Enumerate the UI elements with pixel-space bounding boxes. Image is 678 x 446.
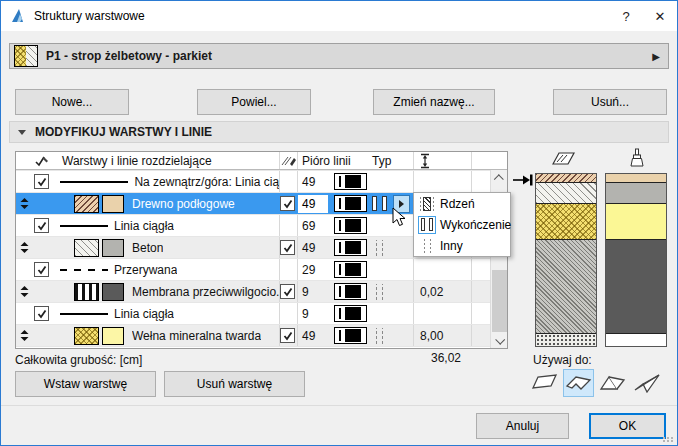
pen-color-cell[interactable]: [334, 303, 368, 324]
pen-preview[interactable]: [334, 195, 367, 212]
pen-preview[interactable]: [334, 283, 367, 300]
material-name-cell[interactable]: Membrana przeciwwilgocio...: [58, 281, 280, 302]
duplicate-button[interactable]: Powiel...: [197, 89, 311, 115]
help-button[interactable]: ?: [609, 1, 643, 31]
table-row[interactable]: Membrana przeciwwilgocio... 9 0,02: [16, 280, 507, 302]
material-name-cell[interactable]: Drewno podłogowe: [58, 193, 280, 214]
pen-number[interactable]: 49: [298, 171, 334, 192]
line-visible-cell[interactable]: [34, 259, 58, 280]
remove-layer-button[interactable]: Usuń warstwę: [164, 371, 305, 397]
pen-number[interactable]: 69: [298, 215, 334, 236]
pen-number[interactable]: 9: [298, 281, 334, 302]
scrollbar-thumb[interactable]: [492, 270, 507, 332]
composite-selector[interactable]: P1 - strop żelbetowy - parkiet ▶: [9, 43, 669, 69]
reorder-handle-icon[interactable]: [20, 286, 29, 297]
type-cell[interactable]: [368, 237, 414, 258]
new-button[interactable]: Nowe...: [15, 89, 129, 115]
reorder-handle-icon[interactable]: [20, 242, 29, 253]
pen-preview[interactable]: [334, 173, 367, 190]
table-row[interactable]: Przerywana 29: [16, 258, 507, 280]
pen-number[interactable]: 9: [298, 303, 334, 324]
hatch-visible-cell[interactable]: [280, 281, 298, 302]
ok-button[interactable]: OK: [589, 413, 666, 439]
reorder-handle-icon[interactable]: [20, 198, 29, 209]
handle-cell[interactable]: [16, 281, 34, 302]
material-hatch-swatch[interactable]: [74, 239, 99, 257]
pen-number[interactable]: 49: [298, 237, 334, 258]
pen-number-input[interactable]: 49: [298, 195, 328, 213]
reorder-handle-icon[interactable]: [20, 330, 29, 341]
insert-layer-button[interactable]: Wstaw warstwę: [15, 371, 156, 397]
thickness-cell[interactable]: 0,02: [414, 281, 472, 302]
material-color-swatch[interactable]: [102, 327, 124, 345]
type-cell[interactable]: [368, 325, 414, 346]
hatch-visible-cell[interactable]: [280, 325, 298, 346]
close-button[interactable]: ✕: [643, 1, 677, 31]
roof-icon[interactable]: [597, 369, 628, 397]
hatch-visible-cell[interactable]: [280, 193, 298, 214]
material-hatch-swatch[interactable]: [74, 283, 99, 301]
cut-fill-icon[interactable]: [550, 150, 576, 168]
delete-button[interactable]: Usuń...: [553, 89, 667, 115]
pen-preview[interactable]: [334, 327, 367, 344]
thickness-cell[interactable]: 8,00: [414, 325, 472, 346]
pen-preview[interactable]: [334, 261, 367, 278]
pen-number[interactable]: 29: [298, 259, 334, 280]
table-row[interactable]: Wełna mineralna twarda 49 8,00: [16, 324, 507, 346]
material-hatch-swatch[interactable]: [74, 327, 99, 345]
checkbox-checked[interactable]: [280, 240, 295, 255]
line-visible-cell[interactable]: [34, 171, 58, 192]
checkbox-checked[interactable]: [34, 306, 49, 321]
menu-item-other[interactable]: Inny: [414, 235, 510, 256]
scroll-up-button[interactable]: [491, 170, 508, 187]
line-visible-cell[interactable]: [34, 303, 58, 324]
table-row[interactable]: Na zewnątrz/góra: Linia ciągła 49: [16, 170, 507, 192]
table-row[interactable]: Linia ciągła 9: [16, 302, 507, 324]
material-color-swatch[interactable]: [102, 239, 124, 257]
pen-color-cell[interactable]: [334, 193, 368, 214]
type-cell[interactable]: [368, 281, 414, 302]
checkbox-checked[interactable]: [280, 196, 295, 211]
cancel-button[interactable]: Anuluj: [476, 413, 569, 439]
pen-color-cell[interactable]: [334, 237, 368, 258]
pen-preview[interactable]: [334, 217, 367, 234]
section-modify-layers[interactable]: MODYFIKUJ WARSTWY I LINIE: [9, 121, 669, 143]
checkbox-checked[interactable]: [34, 174, 49, 189]
wall-icon[interactable]: [529, 369, 560, 397]
title-bar[interactable]: Struktury warstwowe ? ✕: [1, 1, 677, 31]
pen-preview[interactable]: [334, 305, 367, 322]
material-color-swatch[interactable]: [102, 283, 124, 301]
handle-cell[interactable]: [16, 237, 34, 258]
handle-cell[interactable]: [16, 325, 34, 346]
menu-item-core[interactable]: Rdzeń: [414, 193, 510, 214]
pen-color-cell[interactable]: [334, 171, 368, 192]
material-hatch-swatch[interactable]: [74, 195, 99, 213]
pen-color-cell[interactable]: [334, 281, 368, 302]
pen-number[interactable]: 49: [298, 325, 334, 346]
checkbox-checked[interactable]: [280, 284, 295, 299]
pen-color-cell[interactable]: [334, 215, 368, 236]
type-cell[interactable]: [368, 193, 414, 214]
resize-grip[interactable]: [663, 437, 674, 442]
scroll-down-button[interactable]: [491, 332, 508, 349]
surface-preview-column[interactable]: [605, 173, 667, 347]
cut-preview-column[interactable]: [535, 173, 597, 347]
shell-icon[interactable]: [631, 369, 662, 397]
line-visible-cell[interactable]: [34, 215, 58, 236]
material-name-cell[interactable]: Wełna mineralna twarda: [58, 325, 280, 346]
handle-cell[interactable]: [16, 193, 34, 214]
hatch-visible-cell[interactable]: [280, 237, 298, 258]
pen-preview[interactable]: [334, 239, 367, 256]
material-color-swatch[interactable]: [102, 195, 124, 213]
checkbox-checked[interactable]: [280, 328, 295, 343]
pen-number-field[interactable]: 49: [298, 193, 334, 214]
material-name-cell[interactable]: Beton: [58, 237, 280, 258]
rename-button[interactable]: Zmień nazwę...: [373, 89, 495, 115]
surface-brush-icon[interactable]: [629, 148, 645, 169]
menu-item-finish[interactable]: Wykończenie: [414, 214, 510, 235]
pen-color-cell[interactable]: [334, 259, 368, 280]
checkbox-checked[interactable]: [34, 262, 49, 277]
pen-color-cell[interactable]: [334, 325, 368, 346]
slab-icon[interactable]: [563, 369, 594, 397]
checkbox-checked[interactable]: [34, 218, 49, 233]
